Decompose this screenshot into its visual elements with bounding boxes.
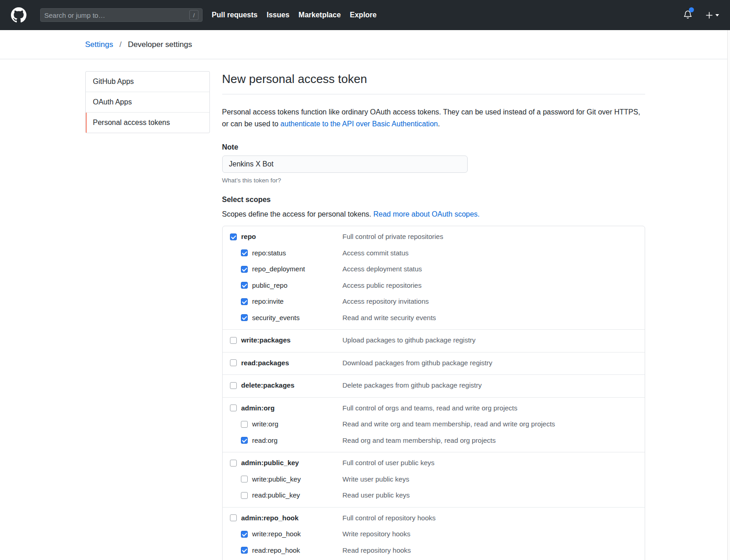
scope-toggle-admin-public-key[interactable]: admin:public_key xyxy=(230,458,299,467)
checked-checkbox-icon[interactable] xyxy=(241,437,248,444)
scope-toggle-public-repo[interactable]: public_repo xyxy=(241,281,288,290)
note-input[interactable] xyxy=(222,156,468,173)
scope-toggle-admin-repo-hook[interactable]: admin:repo_hook xyxy=(230,513,299,523)
scope-toggle-security-events[interactable]: security_events xyxy=(241,313,300,322)
scope-row-read-org: read:orgRead org and team membership, re… xyxy=(230,436,637,446)
intro-text: Personal access tokens function like ord… xyxy=(222,106,645,130)
chevron-down-icon xyxy=(715,14,719,16)
scope-row-write-public-key: write:public_keyWrite user public keys xyxy=(230,475,637,485)
select-scopes-heading: Select scopes xyxy=(222,196,645,204)
nav-link-issues[interactable]: Issues xyxy=(266,11,289,19)
checked-checkbox-icon[interactable] xyxy=(230,233,237,240)
sidebar-item-oauth-apps[interactable]: OAuth Apps xyxy=(86,92,209,113)
unchecked-checkbox-icon[interactable] xyxy=(230,404,237,411)
scope-row-public-repo: public_repoAccess public repositories xyxy=(230,281,637,291)
scope-row-admin-public-key: admin:public_keyFull control of user pub… xyxy=(230,458,637,469)
scope-toggle-repo-deployment[interactable]: repo_deployment xyxy=(241,264,305,274)
scope-description: Full control of private repositories xyxy=(343,232,443,241)
scope-toggle-admin-org[interactable]: admin:org xyxy=(230,404,275,413)
sidebar-item-github-apps[interactable]: GitHub Apps xyxy=(86,72,209,92)
scope-group-admin-org: admin:orgFull control of orgs and teams,… xyxy=(223,397,645,452)
basic-auth-link[interactable]: authenticate to the API over Basic Authe… xyxy=(281,120,438,128)
checked-checkbox-icon[interactable] xyxy=(241,249,248,256)
scope-name: admin:repo_hook xyxy=(241,513,299,523)
breadcrumb: Settings / Developer settings xyxy=(85,40,645,49)
unchecked-checkbox-icon[interactable] xyxy=(230,337,237,344)
oauth-scopes-link[interactable]: Read more about OAuth scopes. xyxy=(373,210,480,218)
scope-toggle-write-public-key[interactable]: write:public_key xyxy=(241,475,301,484)
scope-toggle-repo[interactable]: repo xyxy=(230,232,256,241)
scopes-box: repoFull control of private repositories… xyxy=(222,226,645,560)
notification-dot xyxy=(689,7,694,12)
checked-checkbox-icon[interactable] xyxy=(241,531,248,538)
scope-name: write:repo_hook xyxy=(252,529,301,539)
checked-checkbox-icon[interactable] xyxy=(241,547,248,554)
scope-name: repo:invite xyxy=(252,297,284,306)
scope-toggle-read-org[interactable]: read:org xyxy=(241,436,278,445)
header-right xyxy=(683,9,719,21)
scope-row-repo-invite: repo:inviteAccess repository invitations xyxy=(230,297,637,307)
search-shortcut-badge: / xyxy=(189,10,198,20)
unchecked-checkbox-icon[interactable] xyxy=(230,382,237,389)
scope-toggle-read-repo-hook[interactable]: read:repo_hook xyxy=(241,546,300,555)
top-nav: Pull requestsIssuesMarketplaceExplore xyxy=(212,11,386,19)
scope-row-write-repo-hook: write:repo_hookWrite repository hooks xyxy=(230,529,637,540)
scope-name: public_repo xyxy=(252,281,288,290)
global-search[interactable]: / xyxy=(40,8,203,22)
search-input[interactable] xyxy=(44,11,189,19)
checked-checkbox-icon[interactable] xyxy=(241,314,248,321)
scope-row-repo-status: repo:statusAccess commit status xyxy=(230,249,637,259)
scope-description: Read and write security events xyxy=(343,313,436,322)
scope-name: delete:packages xyxy=(241,381,295,390)
checked-checkbox-icon[interactable] xyxy=(241,266,248,273)
scope-name: repo_deployment xyxy=(252,264,305,274)
unchecked-checkbox-icon[interactable] xyxy=(230,514,237,521)
scope-row-delete-packages: delete:packagesDelete packages from gith… xyxy=(230,381,637,391)
breadcrumb-settings-link[interactable]: Settings xyxy=(85,40,113,49)
scope-toggle-repo-invite[interactable]: repo:invite xyxy=(241,297,284,306)
unchecked-checkbox-icon[interactable] xyxy=(241,492,248,499)
scope-row-admin-org: admin:orgFull control of orgs and teams,… xyxy=(230,404,637,414)
scope-toggle-write-repo-hook[interactable]: write:repo_hook xyxy=(241,529,301,539)
scope-name: security_events xyxy=(252,313,300,322)
scope-toggle-repo-status[interactable]: repo:status xyxy=(241,249,286,258)
scope-toggle-read-public-key[interactable]: read:public_key xyxy=(241,491,300,500)
scope-name: write:packages xyxy=(241,336,291,345)
create-new-button[interactable] xyxy=(705,11,719,19)
scope-row-repo: repoFull control of private repositories xyxy=(230,232,637,243)
scope-toggle-write-packages[interactable]: write:packages xyxy=(230,336,291,345)
nav-link-pull-requests[interactable]: Pull requests xyxy=(212,11,257,19)
page-title: New personal access token xyxy=(222,71,645,94)
checked-checkbox-icon[interactable] xyxy=(241,282,248,289)
unchecked-checkbox-icon[interactable] xyxy=(241,421,248,428)
scope-group-write-packages: write:packagesUpload packages to github … xyxy=(223,329,645,352)
scope-row-read-packages: read:packagesDownload packages from gith… xyxy=(230,358,637,369)
unchecked-checkbox-icon[interactable] xyxy=(241,476,248,482)
nav-link-marketplace[interactable]: Marketplace xyxy=(298,11,341,19)
page-scrollbar[interactable] xyxy=(727,30,730,560)
scope-row-read-public-key: read:public_keyRead user public keys xyxy=(230,491,637,501)
unchecked-checkbox-icon[interactable] xyxy=(230,359,237,366)
breadcrumb-current: Developer settings xyxy=(128,40,192,49)
scope-toggle-read-packages[interactable]: read:packages xyxy=(230,358,289,368)
github-logo-icon[interactable] xyxy=(11,7,26,23)
scope-description: Delete packages from github package regi… xyxy=(343,381,482,390)
scope-name: repo xyxy=(241,232,256,241)
scope-description: Access deployment status xyxy=(343,264,422,274)
scope-toggle-delete-packages[interactable]: delete:packages xyxy=(230,381,295,390)
sidebar-item-personal-access-tokens[interactable]: Personal access tokens xyxy=(86,113,209,133)
checked-checkbox-icon[interactable] xyxy=(241,298,248,305)
main-panel: New personal access token Personal acces… xyxy=(222,71,645,560)
scope-row-admin-repo-hook: admin:repo_hookFull control of repositor… xyxy=(230,513,637,524)
scope-row-security-events: security_eventsRead and write security e… xyxy=(230,313,637,324)
unchecked-checkbox-icon[interactable] xyxy=(230,460,237,467)
developer-settings-sidebar: GitHub AppsOAuth AppsPersonal access tok… xyxy=(85,71,210,133)
scope-description: Full control of user public keys xyxy=(343,458,435,467)
scope-toggle-write-org[interactable]: write:org xyxy=(241,420,279,429)
notifications-button[interactable] xyxy=(683,9,693,21)
scope-group-admin-repo-hook: admin:repo_hookFull control of repositor… xyxy=(223,507,645,560)
scope-description: Upload packages to github package regist… xyxy=(343,336,476,345)
scope-name: repo:status xyxy=(252,249,286,258)
scope-description: Access public repositories xyxy=(343,281,422,290)
nav-link-explore[interactable]: Explore xyxy=(350,11,377,19)
